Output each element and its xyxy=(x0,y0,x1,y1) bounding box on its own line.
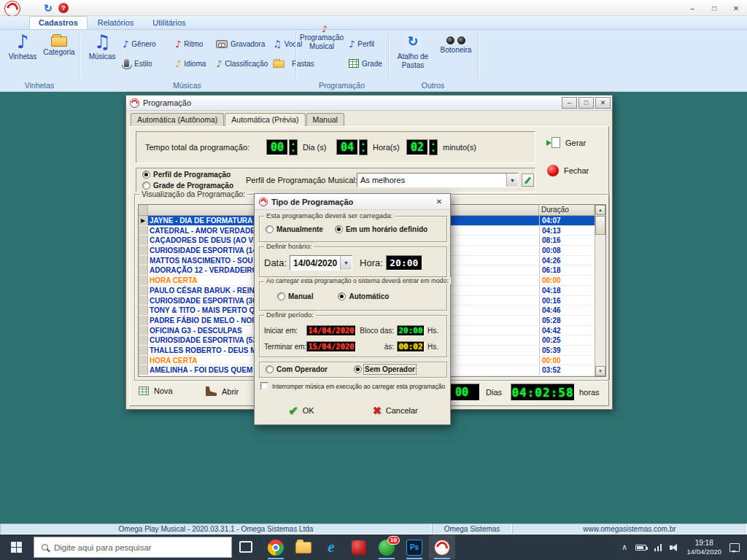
ribbon-label: Vinhetas xyxy=(9,52,37,61)
ribbon-categoria-button[interactable]: Categoria xyxy=(41,32,77,79)
tab-utilitarios[interactable]: Utilitários xyxy=(144,17,194,29)
radio-horario-definido[interactable]: Em um horário definido xyxy=(335,225,427,233)
minutes-spinner[interactable]: ▲▼ xyxy=(429,139,438,155)
days-led-display: 00 xyxy=(266,139,288,155)
data-combobox[interactable]: 14/04/2020 ▼ xyxy=(290,255,352,271)
ribbon-atalho-pastas-button[interactable]: ↻ Atalho de Pastas xyxy=(392,32,433,79)
taskbar-search[interactable]: Digite aqui para pesquisar xyxy=(34,537,232,558)
tempo-panel: Tempo total da programação: 00 ▲▼ Dia (s… xyxy=(136,131,535,163)
ribbon-grade-button[interactable]: Grade xyxy=(349,56,382,71)
radio-automatico[interactable]: Automático xyxy=(338,292,389,300)
programacao-tabs: Automática (Autônoma) Automática (Prévia… xyxy=(131,112,345,126)
ribbon-vocal-button[interactable]: ♫ Vocal xyxy=(273,36,302,51)
taskbar-ie[interactable]: e xyxy=(318,535,344,559)
tab-automatica-autonoma[interactable]: Automática (Autônoma) xyxy=(131,113,224,126)
scroll-down-button[interactable]: ▼ xyxy=(595,366,605,376)
cancel-button[interactable]: ✖ Cancelar xyxy=(373,405,418,416)
close-button[interactable]: ✕ xyxy=(595,97,611,109)
radio-manualmente[interactable]: Manualmente xyxy=(266,225,323,233)
speaker-icon[interactable] xyxy=(670,543,678,552)
programacao-titlebar[interactable]: Programação – □ ✕ xyxy=(126,96,612,111)
fechar-button[interactable]: Fechar xyxy=(547,165,589,176)
row-marker xyxy=(139,335,148,345)
taskbar-omega-play[interactable] xyxy=(429,535,455,559)
mode-panel: Perfil de Programação Grade de Programaç… xyxy=(136,168,535,192)
hours-spinner[interactable]: ▲▼ xyxy=(359,139,368,155)
tray-chevron-icon[interactable]: ∧ xyxy=(622,542,627,552)
tab-relatorios[interactable]: Relatórios xyxy=(89,17,143,29)
taskbar-clock[interactable]: 19:18 14/04/2020 xyxy=(686,538,721,556)
radio-icon xyxy=(335,225,343,233)
ok-button[interactable]: ✔ OK xyxy=(288,404,314,418)
radio-com-operador[interactable]: Com Operador xyxy=(266,365,328,373)
radio-grade-programacao[interactable]: Grade de Programação xyxy=(142,182,233,190)
radio-sem-operador[interactable]: Sem Operador xyxy=(354,365,415,373)
ribbon-perfil-button[interactable]: ♪ Perfil xyxy=(349,36,374,51)
hora-label: Hora: xyxy=(360,257,383,268)
hora-field[interactable]: 20:00 xyxy=(386,255,422,271)
ribbon-label: Programação Musical xyxy=(299,34,344,50)
tab-cadastros[interactable]: Cadastros xyxy=(29,16,88,29)
iniciar-label: Iniciar em: xyxy=(264,327,306,335)
main-titlebar[interactable]: ↻ ? – □ ✕ xyxy=(0,0,747,16)
radio-label: Em um horário definido xyxy=(346,225,427,233)
scroll-thumb[interactable] xyxy=(595,216,605,235)
radio-label: Sem Operador xyxy=(365,365,415,373)
edit-profile-button[interactable] xyxy=(522,174,534,187)
app-logo-icon[interactable] xyxy=(4,1,20,17)
ribbon-genero-button[interactable]: ♪ Gênero xyxy=(123,36,156,51)
task-view-button[interactable] xyxy=(239,541,252,553)
dropdown-arrow-icon[interactable]: ▼ xyxy=(506,174,518,187)
cancel-label: Cancelar xyxy=(386,406,418,415)
action-center-icon[interactable] xyxy=(729,543,740,552)
tab-manual[interactable]: Manual xyxy=(306,113,344,126)
taskbar-explorer[interactable] xyxy=(290,535,317,559)
radio-manual[interactable]: Manual xyxy=(277,292,313,300)
ribbon-ritmo-button[interactable]: ♪ Ritmo xyxy=(175,36,203,51)
ribbon-vinhetas-button[interactable]: ♪ Vinhetas xyxy=(4,32,41,79)
dropdown-arrow-icon[interactable]: ▼ xyxy=(340,256,352,270)
search-placeholder: Digite aqui para pesquisar xyxy=(54,543,152,552)
ribbon-classificacao-button[interactable]: ♪ Classificação xyxy=(216,56,268,71)
horario-groupbox: Definir horário: Data: 14/04/2020 ▼ Hora… xyxy=(259,246,447,277)
sync-icon[interactable]: ↻ xyxy=(44,3,53,13)
abrir-button[interactable]: Abrir xyxy=(206,386,239,396)
row-marker: ▶ xyxy=(139,216,148,225)
minimize-button[interactable]: – xyxy=(562,97,577,109)
maximize-button[interactable]: □ xyxy=(578,97,594,109)
ribbon-programacao-musical-button[interactable]: ♪ Programação Musical xyxy=(299,32,344,79)
network-icon[interactable] xyxy=(654,544,662,551)
radio-label: Grade de Programação xyxy=(153,182,233,190)
close-button[interactable]: ✕ xyxy=(725,0,747,16)
ribbon-botoneira-button[interactable]: Botoneira xyxy=(436,32,476,79)
vertical-scrollbar[interactable]: ▲ ▼ xyxy=(595,205,605,376)
scroll-up-button[interactable]: ▲ xyxy=(595,205,605,215)
cross-icon: ✖ xyxy=(373,405,382,416)
row-duration: 05:39 xyxy=(539,346,595,355)
help-icon[interactable]: ? xyxy=(58,3,69,13)
maximize-button[interactable]: □ xyxy=(703,0,725,16)
taskbar-chrome[interactable] xyxy=(263,535,289,559)
taskbar-app-green[interactable]: 18 xyxy=(374,535,400,559)
dialog-titlebar[interactable]: Tipo de Programação ✕ xyxy=(255,194,450,210)
ribbon-musicas-button[interactable]: ♫ Músicas xyxy=(83,32,121,79)
ribbon-idioma-button[interactable]: ♪ Idioma xyxy=(175,56,206,71)
terminar-label: Terminar em: xyxy=(264,343,306,351)
days-spinner[interactable]: ▲▼ xyxy=(289,139,298,155)
battery-icon[interactable] xyxy=(635,545,646,551)
nova-button[interactable]: Nova xyxy=(139,386,173,395)
taskbar-photoshop[interactable]: Ps xyxy=(401,535,427,559)
dialog-close-button[interactable]: ✕ xyxy=(428,194,450,209)
gerar-button[interactable]: Gerar xyxy=(546,137,586,148)
minimize-button[interactable]: – xyxy=(681,0,703,16)
perfil-musical-combobox[interactable]: As melhores ▼ xyxy=(357,173,519,187)
radio-icon xyxy=(277,292,285,300)
tab-automatica-previa[interactable]: Automática (Prévia) xyxy=(225,113,305,127)
ribbon-estilo-button[interactable]: Estilo xyxy=(123,56,152,71)
taskbar-app-red[interactable] xyxy=(346,535,372,559)
radio-perfil-programacao[interactable]: Perfil de Programação xyxy=(142,171,231,179)
group-separator xyxy=(388,33,389,78)
interrupt-checkbox[interactable] xyxy=(260,382,268,390)
ribbon-gravadora-button[interactable]: Gravadora xyxy=(216,36,265,51)
start-button[interactable] xyxy=(0,534,32,560)
